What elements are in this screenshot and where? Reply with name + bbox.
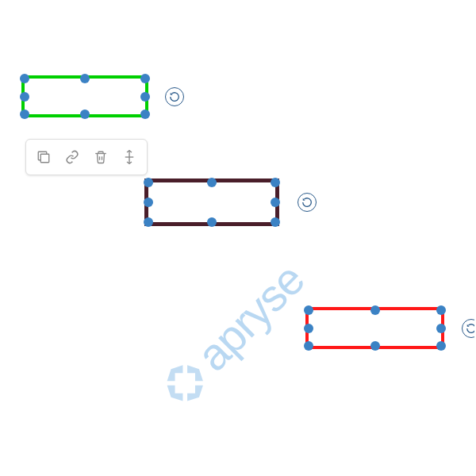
style-icon [36,150,51,164]
resize-handle-se[interactable] [436,341,446,351]
resize-handle-w[interactable] [144,198,153,207]
annotation-rect-green[interactable] [21,75,148,117]
watermark-text: apryse [186,254,314,382]
resize-handle-n[interactable] [207,178,217,187]
resize-handle-n[interactable] [370,305,380,315]
resize-handle-ne[interactable] [436,305,446,315]
watermark-logo-icon [153,351,216,414]
resize-handle-nw[interactable] [144,178,153,187]
svg-rect-1 [40,154,49,163]
annotation-rect-darkred[interactable] [144,178,279,226]
rotate-button[interactable] [298,193,317,212]
resize-handle-se[interactable] [271,217,280,227]
resize-handle-nw[interactable] [20,74,29,83]
rotate-button[interactable] [165,87,184,106]
resize-handle-ne[interactable] [271,178,280,187]
resize-handle-sw[interactable] [20,109,29,119]
resize-handle-e[interactable] [436,324,446,333]
move-button[interactable] [115,143,144,171]
resize-handle-s[interactable] [370,341,380,351]
move-icon [122,150,136,164]
resize-handle-w[interactable] [20,92,29,102]
delete-button[interactable] [86,143,115,171]
resize-handle-n[interactable] [80,74,90,83]
resize-handle-e[interactable] [271,198,280,207]
resize-handle-sw[interactable] [144,217,153,227]
resize-handle-nw[interactable] [304,305,313,315]
delete-icon [94,150,108,164]
resize-handle-sw[interactable] [304,341,313,351]
style-button[interactable] [29,143,58,171]
annotation-rect-red[interactable] [305,307,444,349]
resize-handle-e[interactable] [140,92,150,102]
rotate-button[interactable] [462,319,476,338]
resize-handle-s[interactable] [207,217,217,227]
resize-handle-w[interactable] [304,324,313,333]
watermark: apryse [151,254,314,417]
link-button[interactable] [58,143,86,171]
annotation-toolbar [25,139,148,175]
link-icon [65,150,79,164]
resize-handle-se[interactable] [140,109,150,119]
resize-handle-s[interactable] [80,109,90,119]
resize-handle-ne[interactable] [140,74,150,83]
